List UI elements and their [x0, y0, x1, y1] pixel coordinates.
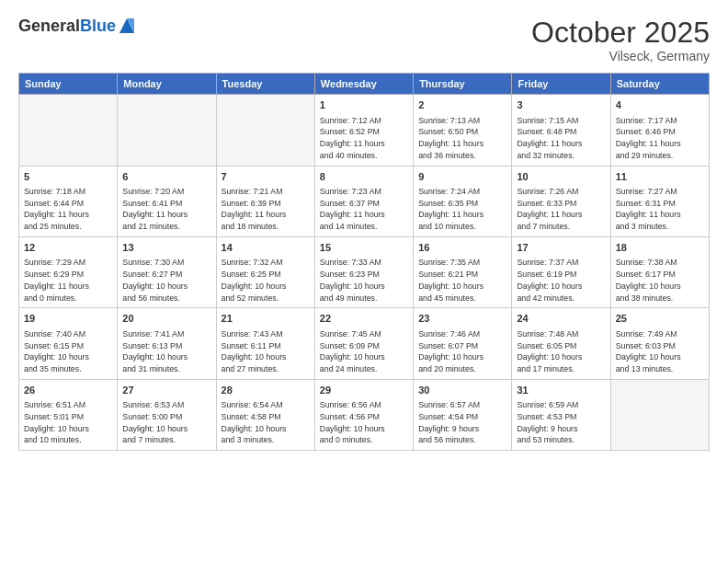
- calendar-cell: 17Sunrise: 7:37 AM Sunset: 6:19 PM Dayli…: [512, 236, 610, 307]
- day-info: Sunrise: 7:13 AM Sunset: 6:50 PM Dayligh…: [418, 115, 506, 162]
- day-info: Sunrise: 7:30 AM Sunset: 6:27 PM Dayligh…: [122, 257, 210, 304]
- calendar-cell: 16Sunrise: 7:35 AM Sunset: 6:21 PM Dayli…: [414, 236, 512, 307]
- calendar-cell: 13Sunrise: 7:30 AM Sunset: 6:27 PM Dayli…: [118, 236, 216, 307]
- day-info: Sunrise: 7:45 AM Sunset: 6:09 PM Dayligh…: [320, 328, 408, 375]
- calendar-cell: 31Sunrise: 6:59 AM Sunset: 4:53 PM Dayli…: [512, 379, 610, 450]
- day-number: 8: [320, 170, 408, 184]
- day-info: Sunrise: 7:17 AM Sunset: 6:46 PM Dayligh…: [616, 115, 704, 162]
- day-info: Sunrise: 7:26 AM Sunset: 6:33 PM Dayligh…: [517, 186, 605, 233]
- calendar-cell: 14Sunrise: 7:32 AM Sunset: 6:25 PM Dayli…: [216, 236, 314, 307]
- day-number: 7: [222, 170, 310, 184]
- day-info: Sunrise: 7:21 AM Sunset: 6:39 PM Dayligh…: [222, 186, 310, 233]
- day-info: Sunrise: 7:49 AM Sunset: 6:03 PM Dayligh…: [616, 328, 704, 375]
- calendar-cell: 27Sunrise: 6:53 AM Sunset: 5:00 PM Dayli…: [118, 379, 216, 450]
- day-number: 14: [222, 241, 310, 255]
- day-number: 12: [24, 241, 112, 255]
- day-info: Sunrise: 6:59 AM Sunset: 4:53 PM Dayligh…: [517, 399, 605, 446]
- calendar-cell: 8Sunrise: 7:23 AM Sunset: 6:37 PM Daylig…: [314, 166, 413, 236]
- calendar-cell: 10Sunrise: 7:26 AM Sunset: 6:33 PM Dayli…: [512, 166, 610, 236]
- day-number: 25: [616, 312, 704, 326]
- day-number: 3: [517, 98, 605, 112]
- day-info: Sunrise: 7:40 AM Sunset: 6:15 PM Dayligh…: [24, 328, 112, 375]
- header: GeneralBlue October 2025 Vilseck, German…: [18, 17, 710, 63]
- week-row-1: 1Sunrise: 7:12 AM Sunset: 6:52 PM Daylig…: [19, 95, 710, 166]
- week-row-4: 19Sunrise: 7:40 AM Sunset: 6:15 PM Dayli…: [19, 308, 710, 379]
- day-number: 20: [122, 312, 210, 326]
- calendar-cell: 4Sunrise: 7:17 AM Sunset: 6:46 PM Daylig…: [610, 95, 709, 166]
- calendar-cell: 29Sunrise: 6:56 AM Sunset: 4:56 PM Dayli…: [314, 379, 413, 450]
- day-number: 23: [418, 312, 506, 326]
- day-info: Sunrise: 7:46 AM Sunset: 6:07 PM Dayligh…: [418, 328, 506, 375]
- day-info: Sunrise: 7:37 AM Sunset: 6:19 PM Dayligh…: [517, 257, 605, 304]
- calendar-table: SundayMondayTuesdayWednesdayThursdayFrid…: [18, 73, 710, 451]
- calendar-cell: 9Sunrise: 7:24 AM Sunset: 6:35 PM Daylig…: [414, 166, 512, 236]
- day-info: Sunrise: 7:32 AM Sunset: 6:25 PM Dayligh…: [222, 257, 310, 304]
- day-number: 18: [616, 241, 704, 255]
- calendar-cell: [118, 95, 216, 166]
- day-number: 28: [222, 384, 310, 397]
- day-number: 17: [517, 241, 605, 255]
- day-number: 24: [517, 312, 605, 326]
- logo-general: GeneralBlue: [18, 17, 116, 37]
- day-number: 6: [122, 170, 210, 184]
- day-number: 30: [418, 384, 506, 397]
- day-info: Sunrise: 7:41 AM Sunset: 6:13 PM Dayligh…: [122, 328, 210, 375]
- day-info: Sunrise: 7:23 AM Sunset: 6:37 PM Dayligh…: [320, 186, 408, 233]
- day-number: 11: [616, 170, 704, 184]
- day-info: Sunrise: 7:43 AM Sunset: 6:11 PM Dayligh…: [222, 328, 310, 375]
- calendar-cell: 12Sunrise: 7:29 AM Sunset: 6:29 PM Dayli…: [19, 236, 118, 307]
- page: GeneralBlue October 2025 Vilseck, German…: [0, 0, 728, 563]
- calendar-cell: 11Sunrise: 7:27 AM Sunset: 6:31 PM Dayli…: [610, 166, 709, 236]
- day-number: 26: [24, 384, 112, 397]
- calendar-cell: 23Sunrise: 7:46 AM Sunset: 6:07 PM Dayli…: [414, 308, 512, 379]
- col-header-thursday: Thursday: [414, 74, 512, 95]
- day-info: Sunrise: 7:27 AM Sunset: 6:31 PM Dayligh…: [616, 186, 704, 233]
- day-info: Sunrise: 7:15 AM Sunset: 6:48 PM Dayligh…: [517, 115, 605, 162]
- calendar-cell: 24Sunrise: 7:48 AM Sunset: 6:05 PM Dayli…: [512, 308, 610, 379]
- month-title: October 2025: [531, 17, 710, 49]
- calendar-cell: 26Sunrise: 6:51 AM Sunset: 5:01 PM Dayli…: [19, 379, 118, 450]
- day-number: 29: [320, 384, 408, 397]
- calendar-cell: 5Sunrise: 7:18 AM Sunset: 6:44 PM Daylig…: [19, 166, 118, 236]
- day-number: 16: [418, 241, 506, 255]
- week-row-3: 12Sunrise: 7:29 AM Sunset: 6:29 PM Dayli…: [19, 236, 710, 307]
- calendar-cell: 6Sunrise: 7:20 AM Sunset: 6:41 PM Daylig…: [118, 166, 216, 236]
- day-info: Sunrise: 7:24 AM Sunset: 6:35 PM Dayligh…: [418, 186, 506, 233]
- day-number: 10: [517, 170, 605, 184]
- title-block: October 2025 Vilseck, Germany: [531, 17, 710, 63]
- calendar-cell: [610, 379, 709, 450]
- day-info: Sunrise: 6:57 AM Sunset: 4:54 PM Dayligh…: [418, 399, 506, 446]
- day-info: Sunrise: 7:12 AM Sunset: 6:52 PM Dayligh…: [320, 115, 408, 162]
- week-row-5: 26Sunrise: 6:51 AM Sunset: 5:01 PM Dayli…: [19, 379, 710, 450]
- calendar-cell: 15Sunrise: 7:33 AM Sunset: 6:23 PM Dayli…: [314, 236, 413, 307]
- day-number: 9: [418, 170, 506, 184]
- col-header-monday: Monday: [118, 74, 216, 95]
- col-header-friday: Friday: [512, 74, 610, 95]
- calendar-cell: 19Sunrise: 7:40 AM Sunset: 6:15 PM Dayli…: [19, 308, 118, 379]
- logo: GeneralBlue: [18, 17, 136, 37]
- col-header-wednesday: Wednesday: [314, 74, 413, 95]
- calendar-cell: 20Sunrise: 7:41 AM Sunset: 6:13 PM Dayli…: [118, 308, 216, 379]
- day-number: 22: [320, 312, 408, 326]
- day-info: Sunrise: 7:18 AM Sunset: 6:44 PM Dayligh…: [24, 186, 112, 233]
- calendar-cell: 7Sunrise: 7:21 AM Sunset: 6:39 PM Daylig…: [216, 166, 314, 236]
- calendar-cell: 2Sunrise: 7:13 AM Sunset: 6:50 PM Daylig…: [414, 95, 512, 166]
- calendar-cell: 28Sunrise: 6:54 AM Sunset: 4:58 PM Dayli…: [216, 379, 314, 450]
- day-info: Sunrise: 6:54 AM Sunset: 4:58 PM Dayligh…: [222, 399, 310, 446]
- day-number: 27: [122, 384, 210, 397]
- day-info: Sunrise: 6:51 AM Sunset: 5:01 PM Dayligh…: [24, 399, 112, 446]
- calendar-cell: 21Sunrise: 7:43 AM Sunset: 6:11 PM Dayli…: [216, 308, 314, 379]
- day-number: 15: [320, 241, 408, 255]
- logo-icon: [118, 17, 136, 37]
- day-info: Sunrise: 7:48 AM Sunset: 6:05 PM Dayligh…: [517, 328, 605, 375]
- day-number: 21: [222, 312, 310, 326]
- day-info: Sunrise: 7:29 AM Sunset: 6:29 PM Dayligh…: [24, 257, 112, 304]
- calendar-cell: 25Sunrise: 7:49 AM Sunset: 6:03 PM Dayli…: [610, 308, 709, 379]
- day-info: Sunrise: 6:53 AM Sunset: 5:00 PM Dayligh…: [122, 399, 210, 446]
- week-row-2: 5Sunrise: 7:18 AM Sunset: 6:44 PM Daylig…: [19, 166, 710, 236]
- day-number: 4: [616, 98, 704, 112]
- day-number: 1: [320, 98, 408, 112]
- calendar-cell: 18Sunrise: 7:38 AM Sunset: 6:17 PM Dayli…: [610, 236, 709, 307]
- day-info: Sunrise: 7:33 AM Sunset: 6:23 PM Dayligh…: [320, 257, 408, 304]
- day-info: Sunrise: 7:20 AM Sunset: 6:41 PM Dayligh…: [122, 186, 210, 233]
